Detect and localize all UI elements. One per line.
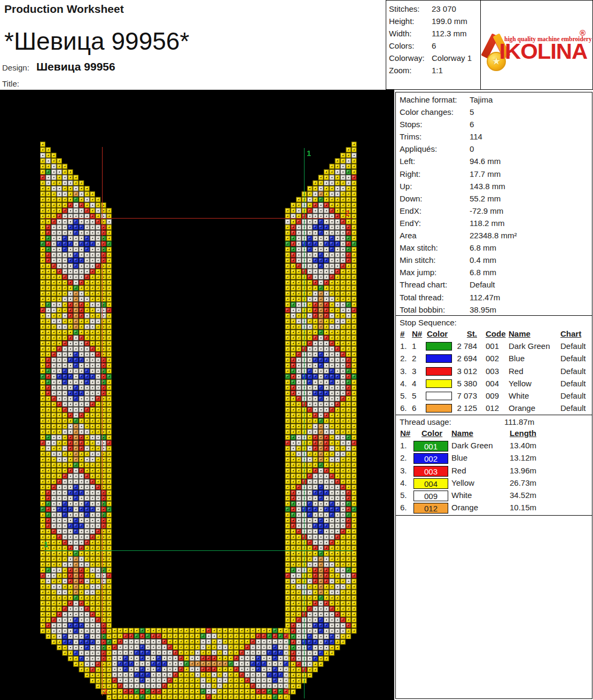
thread-color-swatch: 009	[413, 491, 448, 501]
thread-length: 26.73m	[510, 478, 536, 487]
stats-value: 199.0 mm	[432, 17, 467, 26]
stats-label: Zoom:	[389, 66, 412, 75]
stats-value: 1:1	[432, 66, 443, 75]
thread-length: 13.96m	[510, 466, 536, 475]
machine-info-row: Appliqués:0	[396, 143, 592, 155]
stop-sequence-rows: 1.12 784001Dark GreenDefault2.22 694002B…	[396, 340, 592, 415]
thread-usage-row: 5.009White34.52m	[396, 489, 592, 502]
thread-name: Orange	[509, 403, 535, 413]
registered-trademark-icon: ®	[580, 28, 586, 37]
info-value: 5	[470, 107, 474, 116]
production-worksheet-page: Production Worksheet *Шевица 99956* Desi…	[0, 0, 593, 700]
stats-label: Colors:	[389, 41, 415, 50]
info-value: Tajima	[470, 95, 493, 104]
stats-row: Colorway:Colorway 1	[386, 52, 480, 65]
thread-code: 004	[486, 379, 499, 388]
thread-name: Yellow	[451, 478, 474, 487]
machine-info-row: Max stitch:6.8 mm	[396, 242, 592, 254]
thread-chart: Default	[560, 403, 586, 413]
thread-name: Blue	[509, 354, 525, 363]
logo-brand-text: IKOLINA	[499, 39, 587, 64]
info-value: 94.6 mm	[470, 157, 501, 166]
info-label: Down:	[400, 194, 423, 203]
guide-line-end-horizontal	[44, 218, 353, 219]
thread-usage-row: 6.012Orange10.15m	[396, 502, 592, 514]
thread-code: 003	[486, 367, 499, 376]
machine-info-row: Color changes:5	[396, 106, 592, 119]
row-num: 1.	[400, 341, 407, 351]
stats-row: Colors:6	[386, 40, 480, 52]
stats-label: Height:	[389, 17, 415, 26]
machine-info-row: Stops:6	[396, 119, 592, 131]
design-stats-box: Stitches:23 070Height:199.0 mmWidth:112.…	[386, 0, 481, 90]
info-label: Thread chart:	[400, 280, 447, 289]
machine-info-row: Machine format:Tajima	[396, 94, 592, 106]
stop-sequence-title: Stop Sequence:	[400, 318, 457, 327]
info-value: 114	[470, 132, 482, 141]
info-value: 17.7 mm	[470, 169, 501, 178]
thread-code: 001	[486, 341, 499, 351]
info-label: Total thread:	[400, 293, 444, 302]
info-label: Min stitch:	[400, 255, 436, 265]
stitch-count: 5 380	[447, 379, 477, 388]
machine-info-row: EndY:118.2 mm	[396, 217, 592, 230]
info-label: Trims:	[400, 132, 422, 141]
thread-usage-row: 1.001Dark Green13.40m	[396, 440, 592, 452]
thread-chart: Default	[560, 341, 586, 351]
machine-info-rows: Machine format:TajimaColor changes:5Stop…	[396, 92, 592, 316]
guide-line-end-vertical	[102, 147, 103, 696]
thread-name: Blue	[451, 453, 467, 462]
thread-usage-total: 111.87m	[504, 417, 534, 426]
stats-label: Width:	[389, 29, 412, 38]
machine-info-row: Thread chart:Default	[396, 279, 592, 291]
thread-length: 13.40m	[510, 441, 536, 450]
row-num: 6.	[400, 403, 407, 413]
stitch-count: 7 073	[447, 391, 477, 400]
embroidery-preview	[0, 90, 394, 700]
thread-name: White	[509, 391, 529, 400]
start-marker-label-left: 1	[44, 540, 48, 549]
col-code: Code	[486, 329, 506, 338]
col-n: N#	[400, 429, 410, 438]
info-label: EndY:	[400, 219, 421, 228]
info-value: 143.8 mm	[470, 182, 505, 191]
info-label: Stops:	[400, 120, 423, 129]
thread-name: Orange	[451, 503, 478, 512]
stop-sequence-row: 2.22 694002BlueDefault	[396, 353, 592, 365]
needle-num: 3	[412, 367, 416, 376]
needle-num: 6	[412, 403, 416, 413]
info-label: EndX:	[400, 206, 422, 215]
stats-row: Stitches:23 070	[386, 3, 480, 15]
col-num: #	[400, 329, 404, 338]
stats-value: 23 070	[432, 4, 456, 13]
stats-value: 112.3 mm	[432, 29, 467, 38]
info-label: Machine format:	[400, 95, 457, 104]
machine-info-row: Total thread:112.47m	[396, 292, 592, 304]
row-num: 4.	[400, 379, 407, 388]
info-value: -72.9 mm	[470, 206, 503, 215]
machine-info-section: Machine format:TajimaColor changes:5Stop…	[395, 92, 592, 316]
thread-color-swatch: 003	[413, 466, 448, 477]
stats-row: Height:199.0 mm	[386, 15, 480, 28]
design-name: Шевица 99956	[36, 60, 115, 73]
thread-chart: Default	[560, 379, 586, 388]
design-label: Design:	[2, 63, 29, 72]
stats-row: Width:112.3 mm	[386, 28, 480, 40]
machine-info-row: Area22348.8 mm²	[396, 230, 592, 242]
thread-name: Yellow	[509, 379, 532, 388]
stop-sequence-section: Stop Sequence: # N# Color St. Code Name …	[395, 315, 592, 415]
thread-usage-row: 3.003Red13.96m	[396, 465, 592, 477]
row-num: 5.	[400, 391, 407, 400]
info-label: Appliqués:	[400, 144, 437, 153]
info-value: 6	[470, 120, 474, 129]
stop-sequence-row: 4.45 380004YellowDefault	[396, 378, 592, 390]
info-label: Up:	[400, 182, 412, 191]
thread-name: Dark Green	[509, 341, 550, 351]
needle-num: 2	[412, 354, 416, 363]
info-value: 6.8 mm	[470, 268, 496, 277]
col-color: Color	[422, 429, 442, 438]
end-marker-label-right: 2	[345, 208, 349, 217]
thread-usage-row: 4.004Yellow26.73m	[396, 477, 592, 489]
title-label: Title:	[2, 79, 19, 88]
thread-usage-rows: 1.001Dark Green13.40m2.002Blue13.12m3.00…	[396, 440, 592, 515]
